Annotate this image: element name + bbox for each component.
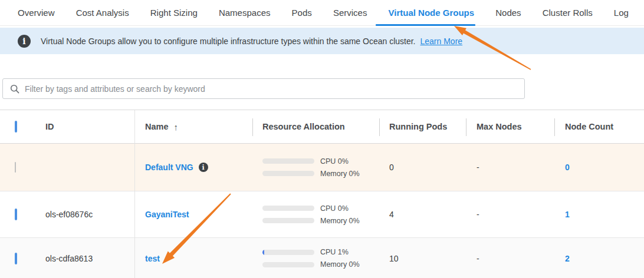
max-nodes-value: - xyxy=(466,254,554,263)
column-header-running-pods[interactable]: Running Pods xyxy=(379,122,466,131)
row-name-link-test[interactable]: test xyxy=(145,254,160,263)
column-header-name-label: Name xyxy=(145,122,169,131)
max-nodes-value: - xyxy=(466,163,554,172)
cpu-usage-label: CPU 0% xyxy=(320,157,349,166)
column-divider xyxy=(554,118,555,136)
tab-cost-analysis[interactable]: Cost Analysis xyxy=(76,0,129,26)
resource-allocation: CPU 1% Memory 0% xyxy=(262,248,379,269)
search-icon xyxy=(10,84,19,94)
tab-services[interactable]: Services xyxy=(333,0,367,26)
table-row-default-vng: Default VNG i CPU 0% Memory 0% 0 - 0 xyxy=(0,144,644,191)
learn-more-link[interactable]: Learn More xyxy=(420,37,463,46)
column-divider xyxy=(466,118,466,136)
sort-ascending-icon[interactable]: ↑ xyxy=(174,122,179,132)
ocean-cluster-page: Overview Cost Analysis Right Sizing Name… xyxy=(0,0,644,278)
resource-allocation: CPU 0% Memory 0% xyxy=(262,204,379,225)
cpu-usage-label: CPU 0% xyxy=(320,204,349,213)
cpu-usage-bar xyxy=(262,250,314,255)
column-divider xyxy=(379,118,380,136)
cpu-usage-bar xyxy=(262,206,314,211)
tab-log[interactable]: Log xyxy=(614,0,629,26)
memory-usage-label: Memory 0% xyxy=(320,260,360,269)
column-header-max-nodes[interactable]: Max Nodes xyxy=(466,122,554,131)
vng-table: ID Name ↑ Resource Allocation Running Po… xyxy=(0,110,644,278)
running-pods-value: 10 xyxy=(379,254,466,263)
memory-usage-bar xyxy=(262,262,314,267)
table-header-row: ID Name ↑ Resource Allocation Running Po… xyxy=(0,110,644,144)
info-icon: i xyxy=(18,35,31,48)
tab-cluster-rolls[interactable]: Cluster Rolls xyxy=(543,0,593,26)
row-id: ols-ef08676c xyxy=(35,210,134,219)
table-row-test: ols-cdfa8613 test CPU 1% Memory 0% 10 - xyxy=(0,238,644,278)
running-pods-value: 4 xyxy=(379,210,466,219)
tab-namespaces[interactable]: Namespaces xyxy=(219,0,271,26)
node-count-link[interactable]: 1 xyxy=(565,210,570,219)
tab-nodes[interactable]: Nodes xyxy=(495,0,521,26)
cluster-tabbar: Overview Cost Analysis Right Sizing Name… xyxy=(0,0,644,26)
memory-usage-label: Memory 0% xyxy=(320,170,360,178)
row-checkbox[interactable] xyxy=(15,208,17,220)
banner-text: Virtual Node Groups allow you to configu… xyxy=(41,37,416,46)
memory-usage-bar xyxy=(262,218,314,223)
tab-pods[interactable]: Pods xyxy=(292,0,312,26)
tab-overview[interactable]: Overview xyxy=(18,0,55,26)
info-banner: i Virtual Node Groups allow you to confi… xyxy=(0,28,644,54)
filter-search-input[interactable] xyxy=(25,84,517,94)
node-count-link[interactable]: 0 xyxy=(565,163,570,172)
row-id: ols-cdfa8613 xyxy=(35,254,134,263)
tab-right-sizing[interactable]: Right Sizing xyxy=(150,0,198,26)
row-checkbox[interactable] xyxy=(15,253,17,264)
vng-info-icon[interactable]: i xyxy=(199,163,208,172)
memory-usage-bar xyxy=(262,171,314,176)
running-pods-value: 0 xyxy=(379,163,466,172)
column-divider xyxy=(134,110,135,278)
node-count-link[interactable]: 2 xyxy=(565,254,570,263)
column-header-node-count[interactable]: Node Count xyxy=(554,122,644,131)
memory-usage-label: Memory 0% xyxy=(320,217,360,225)
max-nodes-value: - xyxy=(466,210,554,219)
column-header-name[interactable]: Name ↑ xyxy=(134,122,252,132)
row-checkbox-disabled xyxy=(15,162,16,173)
column-header-id[interactable]: ID xyxy=(35,122,134,131)
select-all-checkbox[interactable] xyxy=(15,121,17,133)
table-row-gayanitest: ols-ef08676c GayaniTest CPU 0% Memory 0%… xyxy=(0,191,644,238)
row-name-link-default-vng[interactable]: Default VNG xyxy=(145,163,193,172)
cpu-usage-bar xyxy=(262,158,314,164)
resource-allocation: CPU 0% Memory 0% xyxy=(262,157,379,178)
tab-virtual-node-groups[interactable]: Virtual Node Groups xyxy=(389,0,475,26)
filter-search-box[interactable] xyxy=(2,78,525,99)
row-name-link-gayanitest[interactable]: GayaniTest xyxy=(145,210,189,219)
column-divider xyxy=(252,118,253,136)
column-header-resource-allocation[interactable]: Resource Allocation xyxy=(252,122,379,131)
cpu-usage-label: CPU 1% xyxy=(320,248,349,256)
